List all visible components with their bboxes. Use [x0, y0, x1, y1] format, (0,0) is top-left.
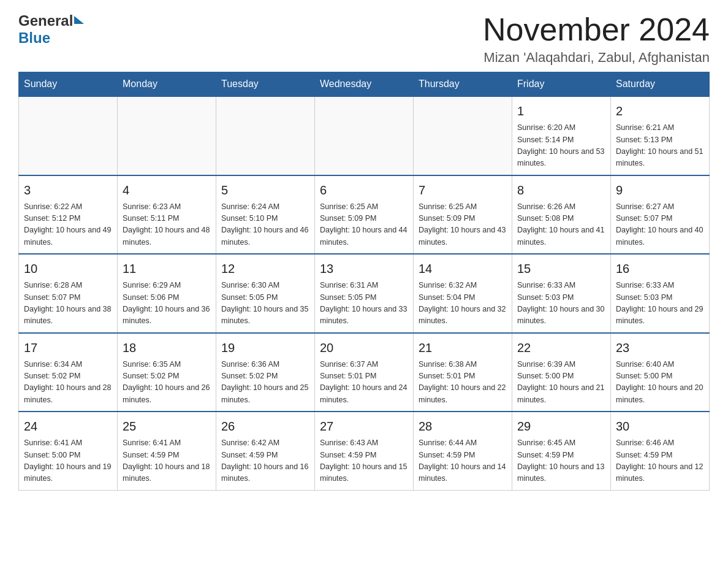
day-info: Sunrise: 6:32 AMSunset: 5:04 PMDaylight:… [419, 280, 507, 327]
day-number: 14 [419, 259, 507, 278]
day-number: 15 [517, 259, 605, 278]
day-number: 5 [221, 181, 309, 199]
location-title: Mizan 'Alaqahdari, Zabul, Afghanistan [483, 50, 710, 66]
month-title: November 2024 [483, 12, 710, 47]
day-info: Sunrise: 6:23 AMSunset: 5:11 PMDaylight:… [123, 201, 211, 249]
calendar-cell: 17Sunrise: 6:34 AMSunset: 5:02 PMDayligh… [19, 333, 118, 412]
day-info: Sunrise: 6:25 AMSunset: 5:09 PMDaylight:… [419, 201, 507, 249]
calendar-cell [19, 96, 118, 175]
day-info: Sunrise: 6:42 AMSunset: 4:59 PMDaylight:… [221, 437, 309, 485]
calendar-cell: 28Sunrise: 6:44 AMSunset: 4:59 PMDayligh… [414, 412, 512, 490]
calendar-week-row: 17Sunrise: 6:34 AMSunset: 5:02 PMDayligh… [19, 333, 710, 412]
calendar-cell: 20Sunrise: 6:37 AMSunset: 5:01 PMDayligh… [315, 333, 414, 412]
calendar-cell: 10Sunrise: 6:28 AMSunset: 5:07 PMDayligh… [19, 254, 118, 333]
day-number: 2 [616, 102, 704, 120]
weekday-header-tuesday: Tuesday [216, 72, 315, 97]
day-info: Sunrise: 6:40 AMSunset: 5:00 PMDaylight:… [616, 359, 704, 407]
day-info: Sunrise: 6:24 AMSunset: 5:10 PMDaylight:… [221, 201, 309, 249]
title-area: November 2024 Mizan 'Alaqahdari, Zabul, … [483, 12, 710, 66]
calendar-week-row: 1Sunrise: 6:20 AMSunset: 5:14 PMDaylight… [19, 96, 710, 175]
calendar-cell: 19Sunrise: 6:36 AMSunset: 5:02 PMDayligh… [216, 333, 315, 412]
calendar-cell: 15Sunrise: 6:33 AMSunset: 5:03 PMDayligh… [512, 254, 611, 333]
calendar-cell: 13Sunrise: 6:31 AMSunset: 5:05 PMDayligh… [315, 254, 414, 333]
calendar-week-row: 24Sunrise: 6:41 AMSunset: 5:00 PMDayligh… [19, 412, 710, 490]
calendar-cell: 1Sunrise: 6:20 AMSunset: 5:14 PMDaylight… [512, 96, 611, 175]
day-number: 9 [616, 181, 704, 199]
day-info: Sunrise: 6:36 AMSunset: 5:02 PMDaylight:… [221, 359, 309, 407]
calendar-cell: 3Sunrise: 6:22 AMSunset: 5:12 PMDaylight… [19, 175, 118, 255]
day-info: Sunrise: 6:41 AMSunset: 4:59 PMDaylight:… [123, 437, 211, 485]
day-info: Sunrise: 6:44 AMSunset: 4:59 PMDaylight:… [419, 437, 507, 485]
day-number: 30 [616, 417, 704, 435]
calendar-cell: 9Sunrise: 6:27 AMSunset: 5:07 PMDaylight… [611, 175, 710, 255]
calendar-cell: 27Sunrise: 6:43 AMSunset: 4:59 PMDayligh… [315, 412, 414, 490]
calendar-cell: 14Sunrise: 6:32 AMSunset: 5:04 PMDayligh… [414, 254, 512, 333]
day-info: Sunrise: 6:28 AMSunset: 5:07 PMDaylight:… [24, 280, 112, 327]
weekday-header-sunday: Sunday [19, 72, 118, 97]
calendar-cell: 4Sunrise: 6:23 AMSunset: 5:11 PMDaylight… [118, 175, 216, 255]
day-info: Sunrise: 6:31 AMSunset: 5:05 PMDaylight:… [320, 280, 408, 327]
day-info: Sunrise: 6:29 AMSunset: 5:06 PMDaylight:… [123, 280, 211, 327]
day-number: 11 [123, 259, 211, 278]
day-info: Sunrise: 6:37 AMSunset: 5:01 PMDaylight:… [320, 359, 408, 407]
day-info: Sunrise: 6:25 AMSunset: 5:09 PMDaylight:… [320, 201, 408, 249]
day-number: 26 [221, 417, 309, 435]
day-info: Sunrise: 6:33 AMSunset: 5:03 PMDaylight:… [517, 280, 605, 327]
day-info: Sunrise: 6:33 AMSunset: 5:03 PMDaylight:… [616, 280, 704, 327]
calendar-cell [216, 96, 315, 175]
calendar-cell [315, 96, 414, 175]
page-header: General Blue November 2024 Mizan 'Alaqah… [18, 12, 710, 66]
day-info: Sunrise: 6:46 AMSunset: 4:59 PMDaylight:… [616, 437, 704, 485]
day-number: 17 [24, 339, 112, 357]
calendar-cell: 2Sunrise: 6:21 AMSunset: 5:13 PMDaylight… [611, 96, 710, 175]
day-number: 22 [517, 339, 605, 357]
day-info: Sunrise: 6:39 AMSunset: 5:00 PMDaylight:… [517, 359, 605, 407]
logo: General Blue [18, 12, 84, 47]
day-number: 19 [221, 339, 309, 357]
day-number: 16 [616, 259, 704, 278]
weekday-header-friday: Friday [512, 72, 611, 97]
calendar-cell: 26Sunrise: 6:42 AMSunset: 4:59 PMDayligh… [216, 412, 315, 490]
calendar-cell: 11Sunrise: 6:29 AMSunset: 5:06 PMDayligh… [118, 254, 216, 333]
logo-general-text: General [18, 12, 73, 29]
day-number: 29 [517, 417, 605, 435]
calendar-cell: 24Sunrise: 6:41 AMSunset: 5:00 PMDayligh… [19, 412, 118, 490]
weekday-header-monday: Monday [118, 72, 216, 97]
logo-arrow-icon [74, 16, 84, 24]
day-info: Sunrise: 6:45 AMSunset: 4:59 PMDaylight:… [517, 437, 605, 485]
calendar-cell: 29Sunrise: 6:45 AMSunset: 4:59 PMDayligh… [512, 412, 611, 490]
day-number: 20 [320, 339, 408, 357]
calendar-cell [414, 96, 512, 175]
calendar-cell: 16Sunrise: 6:33 AMSunset: 5:03 PMDayligh… [611, 254, 710, 333]
day-info: Sunrise: 6:38 AMSunset: 5:01 PMDaylight:… [419, 359, 507, 407]
day-number: 8 [517, 181, 605, 199]
day-number: 12 [221, 259, 309, 278]
day-number: 3 [24, 181, 112, 199]
day-number: 10 [24, 259, 112, 278]
day-info: Sunrise: 6:41 AMSunset: 5:00 PMDaylight:… [24, 437, 112, 485]
weekday-header-saturday: Saturday [611, 72, 710, 97]
weekday-header-thursday: Thursday [414, 72, 512, 97]
calendar-cell: 30Sunrise: 6:46 AMSunset: 4:59 PMDayligh… [611, 412, 710, 490]
day-number: 6 [320, 181, 408, 199]
calendar-cell: 18Sunrise: 6:35 AMSunset: 5:02 PMDayligh… [118, 333, 216, 412]
day-info: Sunrise: 6:43 AMSunset: 4:59 PMDaylight:… [320, 437, 408, 485]
day-number: 24 [24, 417, 112, 435]
day-number: 28 [419, 417, 507, 435]
day-info: Sunrise: 6:21 AMSunset: 5:13 PMDaylight:… [616, 122, 704, 170]
calendar-cell: 5Sunrise: 6:24 AMSunset: 5:10 PMDaylight… [216, 175, 315, 255]
day-info: Sunrise: 6:30 AMSunset: 5:05 PMDaylight:… [221, 280, 309, 327]
calendar-table: SundayMondayTuesdayWednesdayThursdayFrid… [18, 72, 710, 491]
day-info: Sunrise: 6:20 AMSunset: 5:14 PMDaylight:… [517, 122, 605, 170]
calendar-cell: 8Sunrise: 6:26 AMSunset: 5:08 PMDaylight… [512, 175, 611, 255]
day-number: 23 [616, 339, 704, 357]
calendar-cell: 22Sunrise: 6:39 AMSunset: 5:00 PMDayligh… [512, 333, 611, 412]
day-number: 25 [123, 417, 211, 435]
day-info: Sunrise: 6:35 AMSunset: 5:02 PMDaylight:… [123, 359, 211, 407]
calendar-cell: 12Sunrise: 6:30 AMSunset: 5:05 PMDayligh… [216, 254, 315, 333]
day-number: 1 [517, 102, 605, 120]
calendar-week-row: 10Sunrise: 6:28 AMSunset: 5:07 PMDayligh… [19, 254, 710, 333]
day-info: Sunrise: 6:22 AMSunset: 5:12 PMDaylight:… [24, 201, 112, 249]
weekday-header-wednesday: Wednesday [315, 72, 414, 97]
calendar-cell: 6Sunrise: 6:25 AMSunset: 5:09 PMDaylight… [315, 175, 414, 255]
